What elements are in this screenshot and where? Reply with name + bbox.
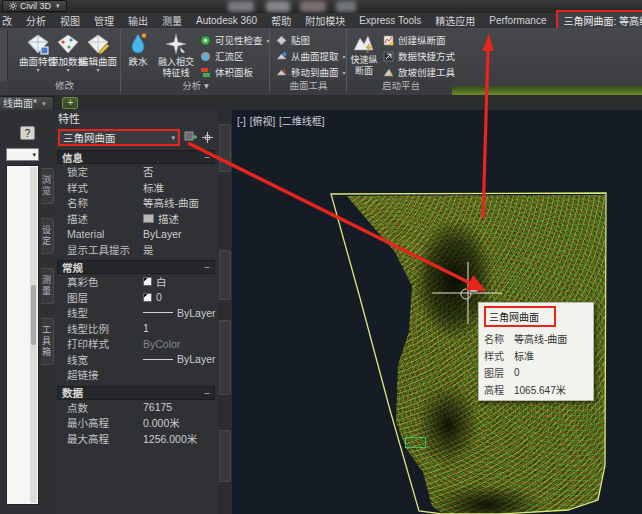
toggle-pickadd-icon[interactable]	[184, 131, 197, 144]
ribbon-tab-manage[interactable]: 管理	[87, 12, 121, 29]
side-tab[interactable]	[219, 430, 231, 482]
ribbon-button-clipped[interactable]	[0, 31, 8, 81]
prop-row-material[interactable]: MaterialByLayer	[57, 226, 215, 242]
scrollbar-thumb[interactable]	[31, 285, 36, 345]
section-header-general[interactable]: 常规 −	[57, 260, 215, 274]
launch-pad-buttons: 创建纵断面 数据快捷方式 放坡创建工具	[383, 32, 455, 80]
quick-select-icon[interactable]	[201, 131, 214, 144]
ribbon-tab-analysis[interactable]: 分析	[19, 12, 53, 29]
prop-row-lineweight[interactable]: 线宽ByLayer	[57, 352, 215, 368]
model-viewport[interactable]: [-] [俯视] [二维线框] 三角网曲面 名称等高线-曲面 样式标准 图层0 …	[232, 110, 642, 514]
toolspace-palette: ? ▾ 浏览 设定 测量 工具箱	[0, 110, 54, 514]
prop-row-layer[interactable]: 图层0	[57, 290, 215, 306]
ribbon-tab-featured-apps[interactable]: 精选应用	[428, 12, 482, 29]
toolspace-scrollbar[interactable]	[30, 167, 37, 503]
prop-row-max-elevation[interactable]: 最大高程1256.000米	[57, 431, 215, 447]
toolspace-combo[interactable]: ▾	[6, 148, 39, 161]
create-profile-button[interactable]: 创建纵断面	[383, 32, 455, 48]
edit-surface-button[interactable]: 编辑曲面▾	[71, 31, 125, 73]
ribbon-tab-view[interactable]: 视图	[53, 12, 87, 29]
ribbon-tab-autodesk360[interactable]: Autodesk 360	[189, 14, 264, 27]
side-tab[interactable]	[219, 320, 231, 395]
catchment-button[interactable]: 汇流区	[200, 48, 270, 64]
ribbon-tab-performance[interactable]: Performance	[482, 14, 553, 27]
prop-row-style[interactable]: 样式标准	[57, 180, 215, 196]
ribbon: 曲面特性▾ 添加数据▾ 编辑曲面▾ 修改 跌水 融入相交特征线	[0, 28, 642, 95]
panel-label-modify: 修改	[9, 80, 120, 92]
data-shortcuts-button[interactable]: 数据快捷方式	[383, 48, 455, 64]
volumes-dashboard-button[interactable]: 体积面板	[200, 64, 270, 80]
grading-tools-button[interactable]: 放坡创建工具	[383, 64, 455, 80]
prop-row-linetype[interactable]: 线型ByLayer	[57, 305, 215, 321]
drawing-tab-active[interactable]: 线曲面* ▾	[0, 96, 54, 110]
extract-from-surface-button[interactable]: 从曲面提取▾	[276, 48, 346, 64]
collapse-icon[interactable]: −	[204, 261, 210, 273]
merge-feature-lines-button[interactable]: 融入相交特征线	[154, 31, 198, 78]
section-header-data[interactable]: 数据 −	[57, 386, 215, 400]
viewport-controls: [-] [俯视] [二维线框]	[237, 113, 326, 128]
quick-profile-icon	[352, 32, 376, 54]
selection-rectangle	[405, 437, 426, 448]
side-tab[interactable]	[219, 250, 231, 300]
object-type-value: 三角网曲面	[63, 130, 116, 145]
workspace-switcher[interactable]: Civil 3D ▾	[2, 0, 67, 12]
section-title: 常规	[62, 260, 83, 275]
panel-surface-tools: 贴图 从曲面提取▾ 移动到曲面▾ 曲面工具	[271, 28, 347, 93]
panel-label-analysis[interactable]: 分析 ▾	[122, 80, 269, 92]
toolspace-tab-toolbox[interactable]: 工具箱	[41, 318, 54, 365]
ribbon-tab-output[interactable]: 输出	[121, 12, 155, 29]
toolspace-tab-prospector[interactable]: 浏览	[41, 168, 54, 204]
section-header-information[interactable]: 信息 −	[57, 150, 215, 164]
section-title: 信息	[62, 150, 83, 165]
ribbon-tab-bar: 改 分析 视图 管理 输出 测量 Autodesk 360 帮助 附加模块 Ex…	[0, 13, 642, 28]
panel-label-surface-tools: 曲面工具	[271, 80, 346, 92]
extract-icon	[276, 51, 287, 62]
prop-row-name[interactable]: 名称等高线-曲面	[57, 195, 215, 211]
tooltip-row-style: 样式标准	[484, 347, 588, 364]
collapse-icon[interactable]: −	[204, 387, 210, 399]
panel-launch-pad: 快速纵断面 创建纵断面 数据快捷方式 放坡创建工具 启动平台	[348, 28, 454, 93]
collapse-icon[interactable]: −	[204, 151, 210, 163]
visibility-check-button[interactable]: 可见性检查▾	[200, 32, 270, 48]
viewport-menu-control[interactable]: [-]	[237, 116, 246, 127]
shortcut-icon	[383, 51, 394, 62]
lineweight-glyph	[143, 359, 173, 360]
toolspace-tree[interactable]	[6, 165, 39, 505]
object-type-dropdown[interactable]: 三角网曲面 ▾	[58, 129, 180, 146]
prop-row-point-count[interactable]: 点数76175	[57, 400, 215, 416]
button-label: 跌水	[122, 57, 154, 68]
button-label: 贴图	[291, 33, 310, 47]
panel-label-launch-pad: 启动平台	[348, 80, 454, 92]
drape-image-button[interactable]: 贴图	[276, 32, 346, 48]
file-tab-bar: 线曲面* ▾ +	[0, 95, 642, 110]
prop-row-description[interactable]: 描述描述	[57, 211, 215, 227]
water-drop-button[interactable]: 跌水	[122, 31, 154, 68]
prop-row-locked[interactable]: 锁定否	[57, 164, 215, 180]
prop-row-linetype-scale[interactable]: 线型比例1	[57, 321, 215, 337]
prop-row-hyperlink[interactable]: 超链接	[57, 367, 215, 383]
button-label: 从曲面提取	[291, 49, 339, 63]
ribbon-tab-addins[interactable]: 附加模块	[298, 12, 352, 29]
visual-style-control[interactable]: [二维线框]	[279, 116, 325, 127]
ribbon-tab-survey[interactable]: 测量	[155, 12, 189, 29]
side-tab[interactable]	[219, 124, 231, 172]
move-to-surface-button[interactable]: 移动到曲面▾	[276, 64, 346, 80]
prop-row-plot-style[interactable]: 打印样式ByColor	[57, 336, 215, 352]
blurred-qat-icon	[228, 1, 254, 12]
prop-row-true-color[interactable]: 真彩色白	[57, 274, 215, 290]
help-button[interactable]: ?	[20, 126, 35, 140]
section-general: 常规 − 真彩色白 图层0 线型ByLayer 线型比例1 打印样式ByColo…	[57, 260, 215, 383]
volumes-icon	[200, 67, 211, 78]
prop-row-show-tooltips[interactable]: 显示工具提示是	[57, 242, 215, 258]
view-control[interactable]: [俯视]	[250, 116, 276, 127]
ribbon-tab-help[interactable]: 帮助	[264, 12, 298, 29]
toolspace-tab-settings[interactable]: 设定	[41, 218, 54, 254]
new-drawing-tab-button[interactable]: +	[62, 97, 78, 109]
toolspace-tab-survey[interactable]: 测量	[41, 268, 54, 304]
quick-profile-button[interactable]: 快速纵断面	[348, 31, 380, 76]
ribbon-tab-partial[interactable]: 改	[0, 12, 19, 29]
ribbon-tab-express-tools[interactable]: Express Tools	[352, 14, 428, 27]
prop-row-min-elevation[interactable]: 最小高程0.000米	[57, 415, 215, 431]
palette-side-strip	[218, 110, 232, 514]
button-label: 汇流区	[215, 49, 244, 63]
